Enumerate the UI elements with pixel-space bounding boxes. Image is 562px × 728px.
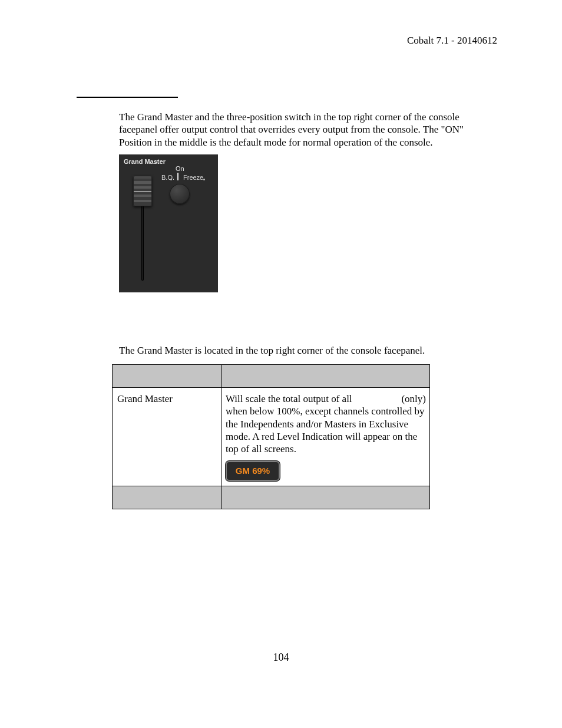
- section-divider: [77, 97, 178, 98]
- table-row: Grand Master Will scale the total output…: [113, 388, 430, 486]
- switch-label-on: On: [176, 165, 184, 173]
- function-name: Grand Master: [113, 388, 222, 410]
- table-footer-cell: [113, 486, 222, 509]
- running-header: Cobalt 7.1 - 20140612: [407, 34, 497, 47]
- table-header-cell: [113, 365, 222, 388]
- switch-label-freeze: Freeze: [183, 174, 203, 182]
- gm-level-badge: GM 69%: [226, 461, 280, 481]
- rotary-knob[interactable]: [170, 184, 190, 204]
- grand-master-panel: Grand Master On B.O. Freeze: [119, 154, 218, 292]
- function-description-prefix: Will scale the total output of all: [226, 393, 352, 405]
- page-number: 104: [0, 651, 562, 664]
- grand-master-fader[interactable]: [133, 176, 152, 206]
- table-header-cell: [222, 365, 430, 388]
- switch-label-bo: B.O.: [161, 174, 174, 182]
- function-description-body: when below 100%, except channels control…: [226, 405, 426, 455]
- switch-position-indicator: [177, 173, 178, 180]
- function-description-suffix: (only): [401, 393, 426, 405]
- switch-dot-bo: [170, 179, 172, 180]
- table-header-row: [113, 365, 430, 388]
- subsection-paragraph: The Grand Master is located in the top r…: [119, 344, 496, 357]
- switch-dot-freeze: [203, 179, 205, 180]
- intro-paragraph: The Grand Master and the three-position …: [119, 111, 496, 149]
- function-table: Grand Master Will scale the total output…: [112, 364, 430, 509]
- table-footer-cell: [222, 486, 430, 509]
- table-footer-row: [113, 486, 430, 509]
- grand-master-panel-title: Grand Master: [124, 158, 166, 166]
